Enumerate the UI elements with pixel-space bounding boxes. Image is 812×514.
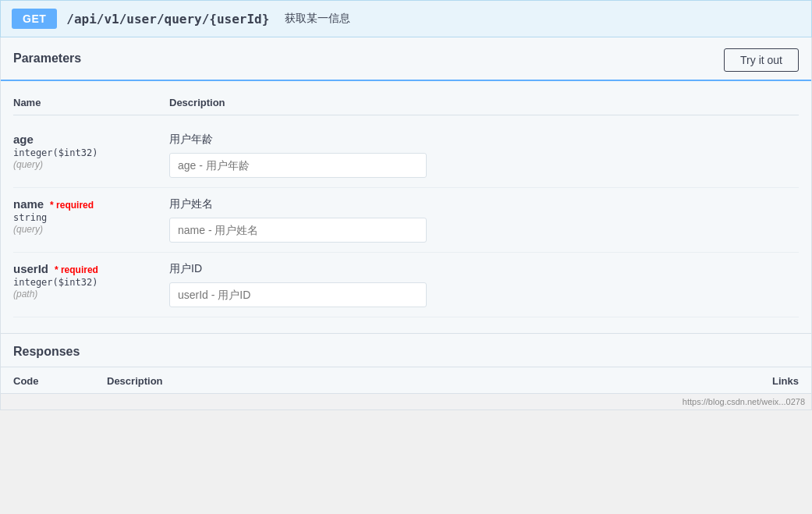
resp-links-header: Links — [721, 375, 799, 387]
param-row-age: age integer($int32) (query) 用户年龄 — [13, 123, 799, 188]
param-type-userid: integer($int32) — [13, 277, 157, 288]
param-type-name: string — [13, 212, 157, 223]
responses-header: Responses — [1, 334, 811, 367]
watermark-text: https://blog.csdn.net/weix...0278 — [683, 397, 805, 406]
param-name-age: age — [13, 133, 34, 146]
param-description-name: 用户姓名 — [169, 197, 799, 211]
param-description-age: 用户年龄 — [169, 133, 799, 147]
param-location-age: (query) — [13, 159, 157, 170]
param-name-userid: userId — [13, 262, 48, 275]
resp-code-header: Code — [13, 375, 107, 387]
param-input-userid[interactable] — [169, 282, 427, 307]
method-badge: GET — [12, 9, 57, 29]
outer-container: GET /api/v1/user/query/{userId} 获取某一信息 P… — [0, 0, 812, 410]
param-location-name: (query) — [13, 224, 157, 235]
param-description-userid: 用户ID — [169, 262, 799, 276]
api-path: /api/v1/user/query/{userId} — [66, 12, 269, 27]
param-input-name[interactable] — [169, 218, 427, 243]
params-col-headers: Name Description — [13, 89, 799, 115]
param-desc-col-name: 用户姓名 — [169, 197, 799, 243]
param-name-name: name — [13, 197, 44, 211]
parameters-title: Parameters — [13, 51, 81, 69]
responses-section: Responses Code Description Links — [1, 333, 811, 394]
param-desc-col-userid: 用户ID — [169, 262, 799, 307]
col-name-header: Name — [13, 97, 169, 108]
content-area: Parameters Try it out Name Description a… — [0, 37, 812, 410]
params-table: Name Description age integer($int32) (qu… — [1, 81, 811, 333]
responses-title: Responses — [13, 345, 80, 358]
param-name-col-userid: userId * required integer($int32) (path) — [13, 262, 169, 300]
param-name-col-name: name * required string (query) — [13, 197, 169, 235]
resp-desc-header: Description — [107, 375, 721, 387]
responses-col-headers: Code Description Links — [1, 367, 811, 394]
param-row-userid: userId * required integer($int32) (path)… — [13, 253, 799, 317]
watermark-area: https://blog.csdn.net/weix...0278 — [1, 394, 811, 409]
param-desc-col-age: 用户年龄 — [169, 133, 799, 178]
api-description: 获取某一信息 — [285, 12, 350, 26]
param-row-name: name * required string (query) 用户姓名 — [13, 188, 799, 253]
parameters-section-header: Parameters Try it out — [1, 37, 811, 81]
param-location-userid: (path) — [13, 289, 157, 300]
try-it-out-button[interactable]: Try it out — [724, 48, 799, 72]
param-required-userid: * required — [55, 264, 98, 275]
param-required-name: * required — [50, 200, 94, 211]
param-name-col-age: age integer($int32) (query) — [13, 133, 169, 170]
col-desc-header: Description — [169, 97, 799, 108]
api-header: GET /api/v1/user/query/{userId} 获取某一信息 — [0, 0, 812, 37]
param-type-age: integer($int32) — [13, 147, 157, 158]
param-input-age[interactable] — [169, 153, 427, 178]
